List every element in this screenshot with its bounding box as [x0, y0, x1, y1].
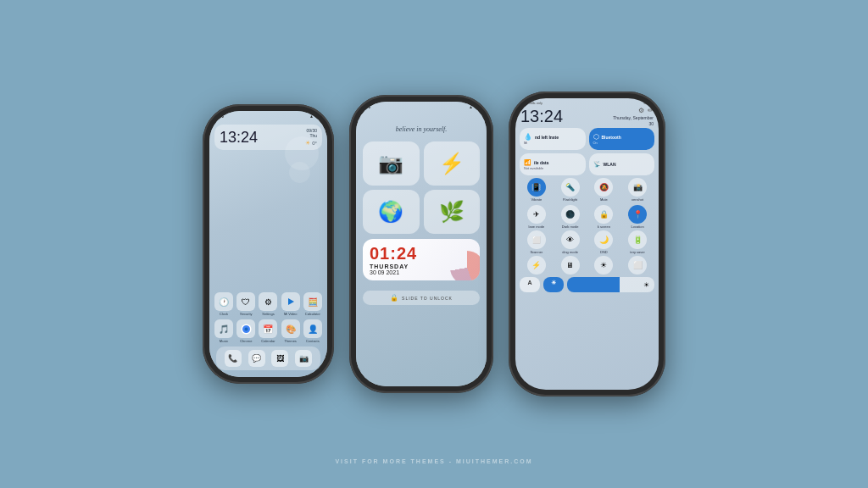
lockscreen-icon: 🔒: [594, 205, 613, 224]
clock-day: THURSDAY: [370, 263, 409, 269]
calendar-icon: 📅: [259, 319, 277, 338]
clock-date: 30 09 2021: [370, 269, 399, 275]
widget-plant[interactable]: 🌿: [424, 190, 481, 234]
quick-battery-saver[interactable]: 🔋 tery saver: [628, 230, 647, 254]
unlock-bar[interactable]: 🔒 SLIDE TO UNLOCK: [363, 291, 480, 305]
dock: 📞 💬 🖼 📷: [216, 347, 320, 370]
dock-messages[interactable]: 💬: [248, 350, 265, 367]
input-brightness-selected[interactable]: ☀: [543, 277, 564, 292]
app-themes[interactable]: 🎨 Themes: [281, 319, 300, 343]
quick-brightness[interactable]: ☀: [594, 256, 613, 274]
quick-scanner[interactable]: ⬜ Scanner: [527, 230, 546, 254]
plant-icon: 🌿: [439, 200, 465, 224]
quick-darkmode[interactable]: 🌑 Dark mode: [561, 205, 580, 229]
brightness-slider[interactable]: ☀: [567, 277, 654, 292]
quick-mute[interactable]: 🔕 Mute: [594, 178, 613, 202]
settings-icon: ⚙: [259, 292, 277, 311]
deco-circle-2: [289, 162, 310, 183]
flash-icon: ⚡: [527, 256, 546, 274]
app-row-1: 🕐 Clock 🛡 Security ⚙ Settings: [213, 292, 324, 316]
darkmode-icon: 🌑: [561, 205, 580, 224]
widget-camera[interactable]: 📷: [363, 141, 420, 186]
control-panel: 💧 nd left Inste Mi ⬡ Bluetooth On: [515, 128, 659, 175]
wifi-icon: 📡: [593, 161, 601, 168]
data-icon: 💧: [524, 133, 532, 141]
battery-saver-icon: 🔋: [628, 230, 647, 249]
status-bar-1: ●●● ▲ 🔋: [209, 111, 327, 119]
app-chrome[interactable]: Chrome: [236, 319, 255, 343]
app-mi-video[interactable]: Mi Video: [281, 292, 300, 316]
app-music[interactable]: 🎵 Music: [214, 319, 233, 343]
quick-screenshot[interactable]: 📸 xenshot: [628, 178, 647, 202]
input-a-button[interactable]: A: [520, 277, 540, 292]
dock-gallery[interactable]: 🖼: [271, 350, 288, 367]
app-row-2: 🎵 Music Chrome: [213, 319, 324, 343]
quick-cast[interactable]: 🖥: [561, 256, 580, 274]
date-line1: Thursday, September: [613, 115, 654, 120]
vibrate-icon: 📳: [527, 178, 546, 197]
tile-wlan[interactable]: 📡 WLAN: [589, 153, 655, 175]
quick-reading[interactable]: 👁 ding mode: [561, 230, 580, 254]
tile-bluetooth[interactable]: ⬡ Bluetooth On: [589, 128, 655, 150]
widget-lightning[interactable]: ⚡: [424, 141, 481, 186]
app-calendar[interactable]: 📅 Calendar: [259, 319, 277, 343]
lock-icon: 🔒: [390, 294, 398, 302]
camera-icon: 📷: [378, 152, 403, 175]
app-clock[interactable]: 🕐 Clock: [214, 292, 233, 316]
quick-extra[interactable]: ⬜: [628, 256, 647, 274]
clock-time-1: 13:24: [220, 129, 258, 147]
screenshot-icon: 📸: [628, 178, 647, 197]
mobile-data-icon: 📶: [524, 159, 531, 166]
quick-flashlight[interactable]: 🔦 Flashlight: [561, 178, 580, 202]
clock-icon: 🕐: [214, 292, 233, 311]
emergency-bar: ency calls only ✱ 🔋: [515, 98, 659, 105]
quick-location[interactable]: 📍 Location: [628, 205, 647, 229]
brightness-icon: ☀: [594, 256, 613, 274]
tile-row-2: 📶 ile data Not available 📡 WLAN: [520, 153, 654, 175]
contacts-icon: 👤: [303, 319, 322, 338]
quick-airplane[interactable]: ✈ lane mode: [527, 205, 546, 229]
reading-icon: 👁: [561, 230, 580, 249]
clock-deco: [450, 251, 480, 280]
quick-lockscreen[interactable]: 🔒 k screen: [594, 205, 613, 229]
app-calculator[interactable]: 🧮 Calculator: [303, 292, 322, 316]
dnd-icon: 🌙: [594, 230, 613, 249]
brightness-slider-icon: ☀: [643, 281, 649, 289]
app-security[interactable]: 🛡 Security: [236, 292, 255, 316]
status-bar-2: ●●● ▲ 🔋: [356, 102, 487, 110]
mi-video-icon: [281, 292, 300, 311]
dock-phone[interactable]: 📞: [225, 350, 242, 367]
settings-gear-icon[interactable]: ⚙: [638, 107, 644, 114]
scanner-icon: ⬜: [527, 230, 546, 249]
widget-globe[interactable]: 🌍: [363, 190, 420, 234]
mute-icon: 🔕: [594, 178, 613, 197]
edit-icon[interactable]: ✏: [648, 107, 654, 114]
app-settings[interactable]: ⚙ Settings: [259, 292, 277, 316]
tile-row-1: 💧 nd left Inste Mi ⬡ Bluetooth On: [520, 128, 654, 150]
unlock-label: SLIDE TO UNLOCK: [402, 296, 453, 301]
quick-dnd[interactable]: 🌙 DND: [594, 230, 613, 254]
quick-vibrate[interactable]: 📳 Vibrate: [527, 178, 546, 202]
cast-icon: 🖥: [561, 256, 580, 274]
globe-icon: 🌍: [378, 200, 403, 224]
extra-icon: ⬜: [628, 256, 647, 274]
tile-mobile-data[interactable]: 💧 nd left Inste Mi: [520, 128, 586, 150]
bottom-bar: A ☀ ☀: [515, 275, 659, 294]
time-section: 13:24 ⚙ ✏ Thursday, September 30: [515, 105, 659, 128]
app-contacts[interactable]: 👤 Contacts: [303, 319, 322, 343]
security-icon: 🛡: [236, 292, 255, 311]
date-edit-icons: ⚙ ✏: [638, 107, 654, 114]
emergency-text: ency calls only: [520, 101, 542, 105]
dock-camera[interactable]: 📷: [295, 350, 312, 367]
clock-time-3: 13:24: [520, 107, 563, 126]
flashlight-icon: 🔦: [561, 178, 580, 197]
svg-marker-0: [288, 298, 294, 305]
quote: believe in yourself.: [396, 125, 448, 133]
quick-flash[interactable]: ⚡: [527, 256, 546, 274]
chrome-icon: [236, 319, 255, 338]
phone-3: ency calls only ✱ 🔋 13:24 ⚙ ✏ Thursday, …: [509, 92, 665, 396]
date-line2: 30: [648, 121, 654, 126]
tile-mobile-data-2[interactable]: 📶 ile data Not available: [520, 153, 586, 175]
widget-grid: 📷 ⚡ 🌍 🌿: [356, 141, 487, 234]
lightning-icon: ⚡: [439, 152, 465, 175]
